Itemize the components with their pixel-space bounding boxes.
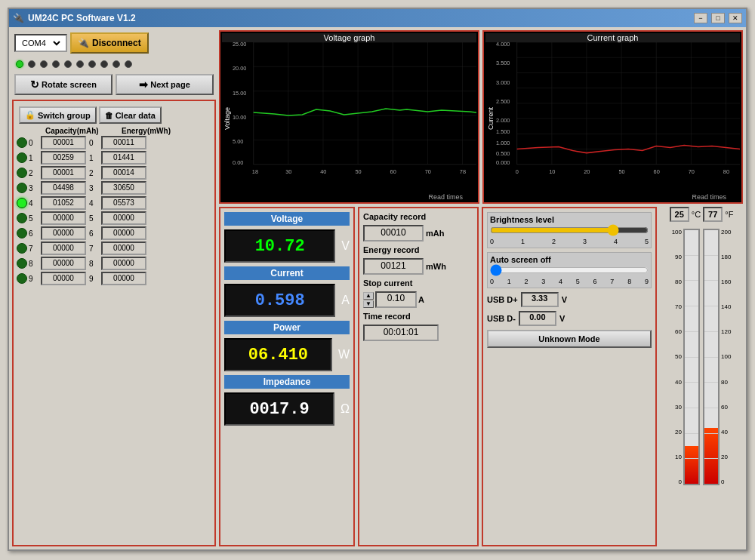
usb-dp-row: USB D+ 3.33 V — [487, 292, 652, 307]
voltage-graph-title: Voltage graph — [222, 33, 476, 42]
data-row-1: 100259101441 — [17, 151, 211, 165]
usb-dm-label: USB D- — [487, 314, 516, 323]
current-graph-box: Current graph Current 4.000 3.500 3.000 … — [482, 30, 743, 204]
fahrenheit-thermo-bar — [703, 229, 720, 485]
svg-text:1.500: 1.500 — [496, 128, 510, 135]
svg-text:0: 0 — [516, 168, 519, 175]
close-button[interactable]: ✕ — [729, 13, 742, 23]
svg-text:2.000: 2.000 — [496, 117, 510, 124]
svg-text:0.000: 0.000 — [496, 158, 510, 165]
impedance-value: 0017.9 — [249, 400, 309, 419]
next-page-button[interactable]: ➡ Next page — [116, 74, 214, 95]
unknown-mode-button[interactable]: Unknown Mode — [487, 330, 652, 348]
switch-group-button[interactable]: 🔒 Switch group — [19, 106, 97, 124]
com-port-selector[interactable]: COM4 — [14, 34, 67, 52]
center-panel: Voltage graph Voltage 25.00 20.00 15.00 … — [219, 30, 743, 546]
voltage-graph-svg: 25.00 20.00 15.00 10.00 5.00 0.00 — [233, 42, 476, 180]
brightness-labels: 0 1 2 3 4 5 — [490, 238, 649, 245]
capacity-record-value: 00010 — [363, 225, 424, 242]
minimize-button[interactable]: − — [694, 13, 707, 23]
svg-text:50: 50 — [355, 168, 361, 175]
data-row-0: 000001000011 — [17, 136, 211, 149]
svg-text:18: 18 — [252, 168, 258, 175]
led-indicators-row — [12, 59, 216, 69]
usb-dm-unit: V — [559, 314, 565, 323]
thermo-header: 25 °C 77 °F — [660, 207, 743, 222]
data-row-6: 600000600000 — [17, 226, 211, 240]
clear-data-button[interactable]: 🗑 Clear data — [99, 106, 162, 124]
data-mah-7: 00000 — [41, 242, 86, 255]
data-mah-2: 00001 — [41, 166, 86, 180]
disconnect-icon: 🔌 — [78, 38, 89, 48]
svg-text:5.00: 5.00 — [233, 138, 243, 145]
rotate-screen-label: Rotate screen — [42, 80, 97, 89]
current-label: Current — [224, 266, 350, 280]
svg-text:78: 78 — [460, 168, 466, 175]
usb-dp-unit: V — [562, 295, 567, 304]
data-mwh-8: 00000 — [101, 257, 146, 270]
data-mwh-0: 00011 — [101, 136, 146, 149]
voltage-label: Voltage — [224, 212, 350, 226]
action-buttons: ↻ Rotate screen ➡ Next page — [12, 72, 216, 97]
data-panel-top-buttons: 🔒 Switch group 🗑 Clear data — [17, 104, 211, 126]
data-row-2: 200001200014 — [17, 166, 211, 180]
energy-record-unit: mWh — [426, 262, 446, 271]
disconnect-button[interactable]: 🔌 Disconnect — [70, 32, 149, 54]
data-mwh-7: 00000 — [101, 242, 146, 255]
svg-text:70: 70 — [425, 168, 431, 175]
stop-current-down[interactable]: ▼ — [363, 300, 374, 308]
brightness-slider[interactable] — [490, 226, 649, 235]
led-1 — [28, 60, 35, 68]
svg-text:60: 60 — [654, 168, 660, 175]
capacity-record-unit: mAh — [426, 229, 444, 238]
current-y-label: Current — [485, 42, 496, 195]
data-row-3: 304498330650 — [17, 181, 211, 195]
stop-current-up[interactable]: ▲ — [363, 292, 374, 300]
data-index-1: 1 — [29, 154, 41, 162]
svg-text:60: 60 — [390, 168, 396, 175]
usb-dp-value: 3.33 — [521, 292, 559, 307]
clear-data-label: Clear data — [116, 111, 156, 120]
energy-record-value: 00121 — [363, 258, 424, 275]
rotate-screen-button[interactable]: ↻ Rotate screen — [14, 74, 112, 95]
data-index-5: 5 — [29, 214, 41, 223]
graphs-row: Voltage graph Voltage 25.00 20.00 15.00 … — [219, 30, 743, 204]
data-mah-5: 00000 — [41, 211, 86, 225]
data-led-2 — [17, 168, 27, 178]
svg-text:0.00: 0.00 — [233, 158, 243, 165]
data-index-6: 6 — [29, 229, 41, 238]
data-index-2: 2 — [29, 169, 41, 177]
svg-text:2.500: 2.500 — [496, 98, 510, 105]
data-mwh-9: 00000 — [101, 272, 146, 285]
stop-current-value[interactable]: 0.10 — [375, 291, 417, 308]
data-mah-3: 04498 — [41, 181, 86, 195]
power-value: 06.410 — [248, 346, 308, 365]
svg-text:0.500: 0.500 — [496, 149, 510, 156]
data-led-0 — [17, 137, 27, 148]
data-led-7 — [17, 243, 27, 254]
com-port-dropdown[interactable]: COM4 — [19, 38, 63, 48]
top-controls: COM4 🔌 Disconnect — [12, 30, 216, 56]
data-table-header: Capacity(mAh) Energy(mWh) — [17, 126, 211, 136]
voltage-value: 10.72 — [255, 237, 305, 256]
auto-screen-slider[interactable] — [490, 266, 649, 275]
disconnect-label: Disconnect — [92, 38, 141, 48]
svg-text:10: 10 — [549, 168, 555, 175]
led-6 — [88, 60, 96, 68]
energy-header: Energy(mWh) — [122, 127, 171, 135]
svg-text:20.00: 20.00 — [233, 65, 246, 72]
impedance-unit: Ω — [341, 402, 350, 416]
current-graph-title: Current graph — [485, 33, 740, 42]
led-7 — [100, 60, 108, 68]
data-index-3: 3 — [29, 184, 41, 192]
switch-group-label: Switch group — [38, 111, 91, 120]
title-bar-left: 🔌 UM24C PC Software V1.2 — [13, 13, 136, 23]
maximize-button[interactable]: □ — [711, 13, 725, 23]
data-row-5: 500000500000 — [17, 211, 211, 225]
led-4 — [64, 60, 72, 68]
stop-current-unit: A — [418, 295, 424, 304]
data-mah-1: 00259 — [41, 151, 86, 165]
auto-screen-title: Auto screen off — [490, 255, 649, 264]
svg-text:25.00: 25.00 — [233, 42, 246, 48]
led-2 — [40, 60, 48, 68]
